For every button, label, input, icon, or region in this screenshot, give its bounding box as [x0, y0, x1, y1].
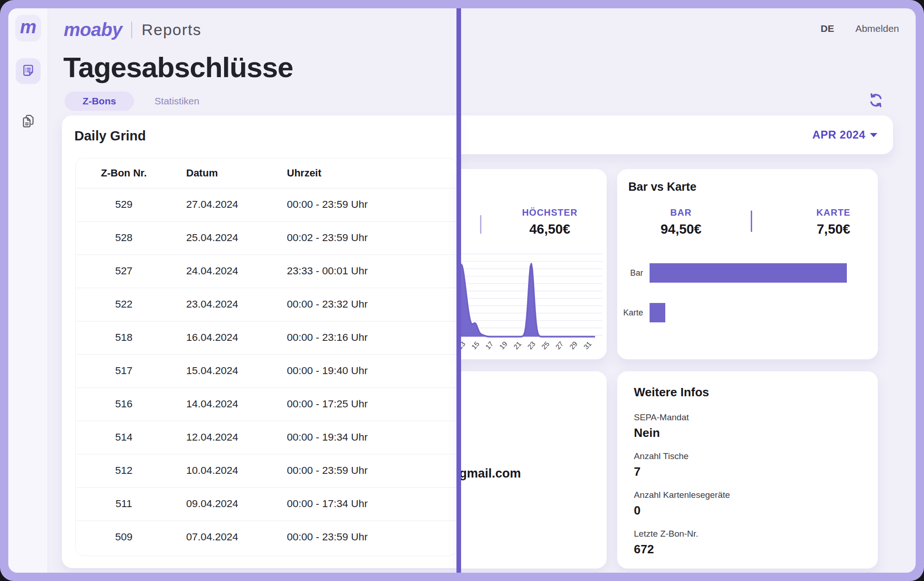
bar-chart-row-karte: Karte [617, 303, 665, 322]
table-cell: 10.04.2024 [172, 454, 287, 487]
table-cell: 00:02 - 23:59 Uhr [287, 221, 456, 254]
table-cell: 529 [76, 188, 172, 221]
highest-stat: HÖCHSTER 46,50€ [495, 207, 604, 237]
window-frame: m [0, 0, 924, 581]
brand-logo-text: moaby [64, 19, 122, 40]
table-cell: 509 [76, 520, 172, 554]
table-row[interactable]: 51412.04.202400:00 - 19:34 Uhr [76, 421, 456, 454]
table-cell: 15.04.2024 [172, 354, 287, 387]
table-cell: 00:00 - 23:59 Uhr [287, 188, 456, 221]
info-value: 672 [634, 542, 861, 557]
table-cell: 25.04.2024 [172, 221, 287, 254]
info-label: SEPA-Mandat [634, 412, 861, 423]
refresh-button[interactable] [865, 90, 887, 112]
info-label: Anzahl Kartenlesegeräte [634, 490, 861, 500]
table-row[interactable]: 51715.04.202400:00 - 19:40 Uhr [76, 354, 456, 387]
table-cell: 00:00 - 19:40 Uhr [287, 354, 456, 387]
bar-vs-karte-title: Bar vs Karte [628, 180, 696, 194]
table-cell: 09.04.2024 [172, 487, 287, 520]
contact-email-card: gmail.com [458, 371, 607, 569]
topbar-actions: DE Abmelden [821, 23, 899, 34]
table-row[interactable]: 51816.04.202400:00 - 23:16 Uhr [76, 321, 456, 354]
copy-documents-icon [20, 114, 36, 131]
report-document-icon [21, 63, 36, 79]
table-cell: 528 [76, 221, 172, 254]
weitere-infos-title: Weitere Infos [634, 385, 861, 399]
language-switcher[interactable]: DE [821, 23, 834, 34]
table-row[interactable]: 51210.04.202400:00 - 23:59 Uhr [76, 454, 456, 487]
table-cell: 527 [76, 254, 172, 288]
table-cell: 00:00 - 17:34 Uhr [287, 487, 456, 520]
table-cell: 23.04.2024 [172, 288, 287, 321]
chart-x-tick-label: 15 [470, 340, 481, 351]
karte-stat: KARTE 7,50€ [783, 207, 884, 237]
bar-stat-value: 94,50€ [630, 222, 732, 237]
table-cell: 516 [76, 387, 172, 421]
column-header-datum: Datum [172, 158, 287, 188]
table-row[interactable]: 51109.04.202400:00 - 17:34 Uhr [76, 487, 456, 520]
karte-stat-label: KARTE [783, 207, 884, 218]
table-row[interactable]: 50907.04.202400:00 - 23:59 Uhr [76, 520, 456, 554]
info-item-kartenlesegeraete: Anzahl Kartenlesegeräte 0 [634, 490, 861, 518]
table-cell: 14.04.2024 [172, 387, 287, 421]
table-row[interactable]: 51614.04.202400:00 - 17:25 Uhr [76, 387, 456, 421]
app-logo-letter: m [20, 18, 36, 39]
table-cell: 00:00 - 23:59 Uhr [287, 454, 456, 487]
table-cell: 511 [76, 487, 172, 520]
stat-divider [751, 211, 752, 232]
table-cell: 12.04.2024 [172, 421, 287, 454]
chart-x-tick-label: 21 [512, 340, 523, 351]
chart-x-tick-label: 31 [582, 340, 593, 351]
chart-x-tick-label: 27 [554, 340, 565, 351]
page-title: Tagesabschlüsse [63, 51, 293, 84]
sidebar-item-reports[interactable] [16, 58, 41, 84]
table-cell: 522 [76, 288, 172, 321]
table-row[interactable]: 52927.04.202400:00 - 23:59 Uhr [76, 188, 456, 221]
sidebar: m [8, 8, 48, 573]
logout-button[interactable]: Abmelden [855, 23, 899, 34]
daily-card-header-right: APR 2024 [458, 115, 893, 154]
table-cell: 00:00 - 23:32 Uhr [287, 288, 456, 321]
zbon-table-container: Z-Bon Nr. Datum Uhrzeit 52927.04.202400:… [75, 158, 457, 556]
highest-stat-value: 46,50€ [495, 222, 604, 237]
info-value: 0 [634, 503, 861, 518]
daily-revenue-area-chart: 13151719212325272931 [458, 248, 607, 359]
month-selector[interactable]: APR 2024 [812, 128, 877, 141]
info-label: Letzte Z-Bon-Nr. [634, 529, 861, 539]
sidebar-item-documents[interactable] [16, 109, 41, 135]
table-cell: 27.04.2024 [172, 188, 287, 221]
table-cell: 00:00 - 23:16 Uhr [287, 321, 456, 354]
table-cell: 00:00 - 19:34 Uhr [287, 421, 456, 454]
chevron-down-icon [870, 133, 877, 137]
tab-z-bons[interactable]: Z-Bons [65, 91, 134, 111]
bar-stat: BAR 94,50€ [630, 207, 732, 237]
chart-x-tick-label: 29 [568, 340, 579, 351]
comparison-slider-divider[interactable] [456, 8, 461, 573]
zbon-table: Z-Bon Nr. Datum Uhrzeit 52927.04.202400:… [76, 158, 456, 554]
column-header-zbon-nr: Z-Bon Nr. [76, 158, 172, 188]
brand-separator [131, 22, 132, 38]
table-row[interactable]: 52724.04.202423:33 - 00:01 Uhr [76, 254, 456, 288]
highest-stat-label: HÖCHSTER [495, 207, 604, 218]
topbar: moaby Reports [64, 19, 201, 40]
tab-statistiken[interactable]: Statistiken [147, 91, 207, 111]
table-cell: 517 [76, 354, 172, 387]
app-logo[interactable]: m [15, 15, 41, 42]
bar-row-label: Karte [617, 308, 650, 318]
table-cell: 514 [76, 421, 172, 454]
info-item-tische: Anzahl Tische 7 [634, 451, 861, 479]
section-title: Reports [141, 21, 201, 39]
table-cell: 518 [76, 321, 172, 354]
chart-x-tick-label: 17 [484, 340, 495, 351]
table-row[interactable]: 52223.04.202400:00 - 23:32 Uhr [76, 288, 456, 321]
table-row[interactable]: 52825.04.202400:02 - 23:59 Uhr [76, 221, 456, 254]
bar-vs-karte-card: Bar vs Karte BAR 94,50€ KARTE 7,50€ Bar … [617, 169, 878, 359]
bar-row-label: Bar [617, 268, 650, 278]
table-header-row: Z-Bon Nr. Datum Uhrzeit [76, 158, 456, 188]
info-label: Anzahl Tische [634, 451, 861, 461]
info-item-sepa: SEPA-Mandat Nein [634, 412, 861, 440]
chart-line [458, 264, 595, 337]
chart-x-tick-label: 25 [540, 340, 551, 351]
info-value: Nein [634, 426, 861, 440]
table-cell: 512 [76, 454, 172, 487]
